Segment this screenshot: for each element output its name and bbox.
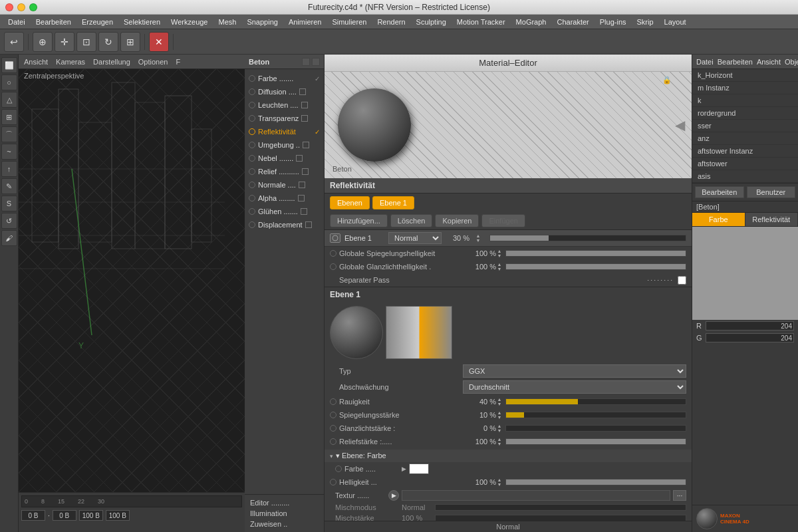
tool-circle[interactable]: ○ [1, 74, 17, 90]
tool-grid[interactable]: ⊞ [1, 109, 17, 125]
menu-layout[interactable]: Layout [659, 17, 692, 27]
typ-select[interactable]: GGX [463, 364, 686, 378]
right-tab-reflektivitat[interactable]: Reflektivität [745, 213, 799, 226]
loschen-button[interactable]: Löschen [390, 214, 433, 227]
right-item-anz[interactable]: anz [692, 132, 798, 145]
helligkeit-spinner[interactable]: ▲ ▼ [496, 477, 503, 487]
glanzlicht-slider[interactable] [505, 425, 686, 432]
preview-nav-arrow[interactable]: ◀ [675, 117, 685, 133]
channel-gluhen-box[interactable] [301, 208, 307, 215]
ebene-farbe-header[interactable]: ▾ ▾ Ebene: Farbe [325, 450, 692, 462]
channel-farbe[interactable]: Farbe ....... ✓ [245, 72, 324, 85]
channel-umgebung-box[interactable] [303, 142, 309, 148]
right-item-asis[interactable]: asis [692, 170, 798, 183]
channel-normale[interactable]: Normale .... [245, 178, 324, 192]
hinzufugen-button[interactable]: Hinzufügen... [330, 214, 388, 227]
tool-rotate[interactable]: ↺ [1, 213, 17, 229]
channel-nebel[interactable]: Nebel ....... [245, 152, 324, 165]
channel-leuchten-box[interactable] [301, 102, 308, 108]
textur-add-button[interactable]: ▶ [388, 490, 399, 501]
delete-tool-button[interactable]: ✕ [149, 32, 169, 52]
channel-relief-box[interactable] [302, 168, 309, 175]
right-tab-farbe[interactable]: Farbe [692, 213, 745, 226]
farbe-arrow-right[interactable]: ▶ [402, 466, 406, 472]
select-tool-button[interactable]: ⊕ [33, 32, 53, 52]
menu-rendern[interactable]: Rendern [372, 17, 410, 27]
helligkeit-slider[interactable] [505, 479, 686, 485]
channel-icon-2[interactable] [312, 58, 320, 66]
preview-lock-icon[interactable]: 🔒 [662, 76, 672, 84]
global-glanz-slider[interactable] [505, 263, 686, 270]
minimize-button[interactable] [17, 3, 25, 11]
menu-selektieren[interactable]: Selektieren [118, 17, 166, 27]
rotate-tool-button[interactable]: ↻ [98, 32, 118, 52]
layer-opacity-spinner[interactable]: ▲ ▼ [473, 233, 483, 243]
absch-select[interactable]: Durchschnitt [463, 380, 686, 394]
channel-relief[interactable]: Relief .......... [245, 165, 324, 178]
menu-animieren[interactable]: Animieren [283, 17, 327, 27]
channel-icon-1[interactable] [302, 58, 310, 66]
timeline-frame-input[interactable] [21, 510, 45, 521]
footer-editor-btn[interactable]: Editor ......... [247, 497, 321, 508]
tool-square[interactable]: ⬜ [1, 57, 17, 73]
channel-displacement-box[interactable] [305, 221, 312, 228]
right-bearbeiten-button[interactable]: Bearbeiten [695, 186, 744, 198]
transform-tool-button[interactable]: ⊞ [120, 32, 140, 52]
spiegel-slider[interactable] [505, 412, 686, 418]
menu-mograph[interactable]: MoGraph [511, 17, 552, 27]
spiegel-spinner[interactable]: ▲ ▼ [496, 410, 503, 420]
viewport-menu-kameras[interactable]: Kameras [56, 58, 85, 66]
menu-datei[interactable]: Datei [3, 17, 31, 27]
right-item-sser[interactable]: sser [692, 120, 798, 132]
kopieren-button[interactable]: Kopieren [435, 214, 479, 227]
menu-motion-tracker[interactable]: Motion Tracker [452, 17, 511, 27]
right-item-tower[interactable]: aftstower [692, 158, 798, 170]
menu-sculpting[interactable]: Sculpting [411, 17, 452, 27]
viewport-menu-f[interactable]: F [176, 58, 180, 66]
right-item-horizont[interactable]: k_Horizont [692, 69, 798, 82]
menu-snapping[interactable]: Snapping [241, 17, 283, 27]
menu-erzeugen[interactable]: Erzeugen [76, 17, 118, 27]
channel-alpha[interactable]: Alpha ........ [245, 192, 324, 205]
right-item-instanz[interactable]: m Instanz [692, 82, 798, 94]
farbe-color-swatch[interactable] [409, 464, 429, 474]
timeline-end-input[interactable] [79, 510, 103, 521]
viewport-content[interactable]: Zentralperspektive Y [19, 69, 245, 492]
global-mirror-slider[interactable] [505, 250, 686, 257]
channel-diffusion-box[interactable] [299, 88, 306, 95]
rauigkeit-slider[interactable] [505, 398, 686, 405]
channel-transparenz[interactable]: Transparenz [245, 112, 324, 125]
tool-move[interactable]: ↑ [1, 161, 17, 177]
textur-options-button[interactable]: ··· [673, 490, 686, 501]
tool-bend[interactable]: ⌒ [1, 126, 17, 142]
sep-pass-checkbox[interactable] [678, 276, 686, 285]
tool-tri[interactable]: △ [1, 92, 17, 108]
channel-displacement[interactable]: Displacement [245, 218, 324, 231]
channel-transparenz-box[interactable] [301, 115, 308, 122]
layer-mode-select[interactable]: Normal [388, 232, 442, 244]
reflectivity-tab-ebenen[interactable]: Ebenen [330, 196, 370, 209]
channel-nebel-box[interactable] [296, 155, 303, 162]
move-tool-button[interactable]: ✛ [55, 32, 74, 52]
rgb-r-input[interactable] [706, 321, 794, 331]
channel-gluhen[interactable]: Glühen ....... [245, 205, 324, 218]
right-header-obje[interactable]: Obje... [785, 58, 798, 66]
tool-spline[interactable]: ~ [1, 144, 17, 160]
rgb-g-input[interactable] [706, 333, 794, 342]
channel-reflektivitat[interactable]: Reflektivität ✓ [245, 125, 324, 138]
menu-bearbeiten[interactable]: Bearbeiten [31, 17, 76, 27]
maximize-button[interactable] [29, 3, 37, 11]
right-header-datei[interactable]: Datei [696, 58, 714, 66]
menu-skript[interactable]: Skrip [632, 17, 659, 27]
layer-opacity-slider[interactable] [489, 235, 686, 241]
undo-button[interactable]: ↩ [4, 32, 24, 52]
tool-pen[interactable]: ✎ [1, 178, 17, 194]
timeline-start-input[interactable] [53, 510, 76, 521]
global-mirror-spinner[interactable]: ▲ ▼ [496, 249, 503, 258]
relief-spinner[interactable]: ▲ ▼ [496, 437, 503, 446]
einfugen-button[interactable]: Einfügen [481, 214, 525, 227]
right-benutzer-button[interactable]: Benutzer [747, 186, 796, 198]
channel-umgebung[interactable]: Umgebung .. [245, 138, 324, 152]
right-header-ansicht[interactable]: Ansicht [757, 58, 781, 66]
rauigkeit-spinner[interactable]: ▲ ▼ [496, 397, 503, 406]
